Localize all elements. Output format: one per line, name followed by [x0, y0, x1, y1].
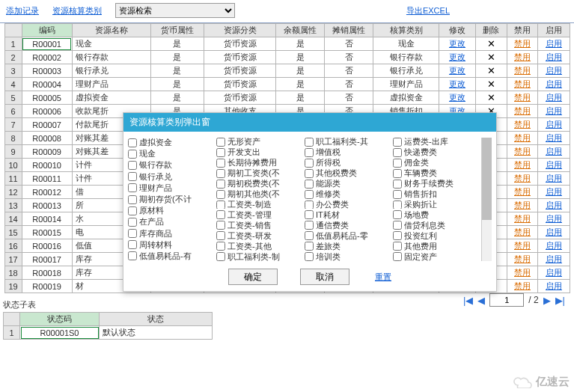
cell-disable[interactable]: 禁用 — [507, 280, 538, 293]
modal-scrollbar[interactable] — [481, 138, 492, 261]
col-cur[interactable]: 货币属性 — [150, 24, 204, 37]
cell-disable[interactable]: 禁用 — [507, 118, 538, 132]
table-row[interactable]: 3 R00003 银行承兑 是 货币资源 是 否 银行承兑 更改 ✕ 禁用 启用 — [4, 64, 570, 78]
cell-code[interactable]: R00014 — [22, 212, 72, 226]
cell-edit[interactable]: 更改 — [439, 78, 475, 91]
checkbox-input[interactable] — [393, 148, 402, 157]
checkbox-option[interactable]: IT耗材 — [305, 210, 391, 219]
cell-disable[interactable]: 禁用 — [507, 226, 538, 239]
cell-disable[interactable]: 禁用 — [507, 132, 538, 145]
checkbox-input[interactable] — [216, 231, 225, 240]
delete-icon[interactable]: ✕ — [487, 65, 495, 76]
checkbox-option[interactable]: 所得税 — [305, 159, 391, 168]
checkbox-input[interactable] — [305, 148, 314, 157]
cell-code[interactable]: R00006 — [22, 105, 72, 118]
checkbox-option[interactable]: 车辆费类 — [393, 169, 480, 178]
checkbox-input[interactable] — [393, 231, 402, 240]
checkbox-option[interactable]: 在产品 — [128, 217, 215, 227]
checkbox-input[interactable] — [128, 240, 137, 249]
checkbox-option[interactable]: 其他税费类 — [305, 169, 391, 178]
asset-type-link[interactable]: 资源核算类别 — [52, 5, 102, 16]
checkbox-input[interactable] — [393, 210, 402, 219]
cell-code[interactable]: R00010 — [22, 159, 72, 172]
checkbox-input[interactable] — [305, 190, 314, 199]
cell-code[interactable]: R00017 — [22, 253, 72, 266]
checkbox-input[interactable] — [216, 159, 225, 168]
cell-enable[interactable]: 启用 — [538, 118, 570, 132]
cell-edit[interactable]: 更改 — [439, 64, 475, 78]
sub-col-code[interactable]: 状态码 — [20, 313, 100, 326]
cell-enable[interactable]: 启用 — [538, 78, 570, 91]
col-del[interactable]: 删除 — [475, 24, 507, 37]
cell-disable[interactable]: 禁用 — [507, 37, 538, 51]
checkbox-option[interactable]: 培训类 — [305, 252, 391, 261]
col-acct[interactable]: 核算类别 — [373, 24, 439, 37]
col-cat[interactable]: 资源分类 — [204, 24, 275, 37]
cell-code[interactable]: R00007 — [22, 118, 72, 132]
cell-enable[interactable]: 启用 — [538, 64, 570, 78]
checkbox-input[interactable] — [216, 210, 225, 219]
checkbox-input[interactable] — [128, 138, 137, 147]
pager-prev-icon[interactable]: ◀ — [477, 295, 485, 306]
checkbox-input[interactable] — [393, 169, 402, 178]
table-row[interactable]: 1 R00001 现金 是 货币资源 是 否 现金 更改 ✕ 禁用 启用 — [4, 37, 570, 51]
pager-last-icon[interactable]: ▶| — [555, 295, 565, 306]
checkbox-option[interactable]: 原材料 — [128, 206, 215, 215]
checkbox-option[interactable]: 佣金类 — [393, 159, 480, 168]
checkbox-option[interactable]: 期初工资类(不 — [216, 169, 303, 178]
checkbox-option[interactable]: 长期待摊费用 — [216, 159, 303, 168]
checkbox-option[interactable]: 其他费用 — [393, 242, 480, 251]
checkbox-option[interactable]: 增值税 — [305, 148, 391, 157]
cell-code[interactable]: R00018 — [22, 266, 72, 280]
checkbox-option[interactable]: 银行承兑 — [128, 172, 215, 182]
cell-enable[interactable]: 启用 — [538, 239, 570, 253]
cell-code[interactable]: R00001 — [22, 37, 72, 51]
cell-disable[interactable]: 禁用 — [507, 212, 538, 226]
export-excel-link[interactable]: 导出EXCEL — [406, 5, 450, 16]
cell-enable[interactable]: 启用 — [538, 91, 570, 105]
checkbox-input[interactable] — [128, 229, 137, 238]
checkbox-input[interactable] — [216, 190, 225, 199]
cell-disable[interactable]: 禁用 — [507, 78, 538, 91]
checkbox-option[interactable]: 银行存款 — [128, 160, 215, 170]
checkbox-input[interactable] — [216, 221, 225, 230]
checkbox-option[interactable]: 快递费类 — [393, 148, 480, 157]
checkbox-option[interactable]: 采购折让 — [393, 200, 480, 209]
checkbox-option[interactable]: 工资类-销售 — [216, 221, 303, 230]
cell-code[interactable]: R00002 — [22, 51, 72, 64]
cell-code[interactable]: R00013 — [22, 199, 72, 212]
checkbox-option[interactable]: 借贷利息类 — [393, 221, 480, 230]
cell-enable[interactable]: 启用 — [538, 172, 570, 186]
checkbox-option[interactable]: 现金 — [128, 149, 215, 159]
cell-edit[interactable]: 更改 — [439, 91, 475, 105]
cell-disable[interactable]: 禁用 — [507, 239, 538, 253]
col-enable[interactable]: 启用 — [538, 24, 570, 37]
resource-search-select[interactable]: 资源检索 — [115, 3, 235, 18]
col-sale[interactable]: 摊销属性 — [325, 24, 373, 37]
checkbox-option[interactable]: 期初税费类(不 — [216, 180, 303, 189]
reset-link[interactable]: 重置 — [375, 272, 391, 283]
checkbox-option[interactable]: 无形资产 — [216, 138, 303, 147]
checkbox-option[interactable]: 场地费 — [393, 210, 480, 219]
checkbox-input[interactable] — [128, 183, 137, 192]
cell-disable[interactable]: 禁用 — [507, 266, 538, 280]
cell-enable[interactable]: 启用 — [538, 159, 570, 172]
checkbox-input[interactable] — [393, 200, 402, 209]
checkbox-input[interactable] — [393, 180, 402, 189]
cell-enable[interactable]: 启用 — [538, 145, 570, 159]
checkbox-input[interactable] — [393, 190, 402, 199]
checkbox-input[interactable] — [216, 252, 225, 261]
checkbox-input[interactable] — [128, 172, 137, 181]
cell-enable[interactable]: 启用 — [538, 253, 570, 266]
checkbox-input[interactable] — [393, 221, 402, 230]
table-row[interactable]: 5 R00005 虚拟资金 是 货币资源 是 否 虚拟资金 更改 ✕ 禁用 启用 — [4, 91, 570, 105]
checkbox-input[interactable] — [216, 200, 225, 209]
checkbox-input[interactable] — [216, 148, 225, 157]
cell-code[interactable]: R00009 — [22, 145, 72, 159]
cell-code[interactable]: R00016 — [22, 239, 72, 253]
checkbox-input[interactable] — [305, 169, 314, 178]
cell-code[interactable]: R00015 — [22, 226, 72, 239]
checkbox-input[interactable] — [305, 180, 314, 189]
cell-enable[interactable]: 启用 — [538, 132, 570, 145]
checkbox-option[interactable]: 工资类-制造 — [216, 200, 303, 209]
